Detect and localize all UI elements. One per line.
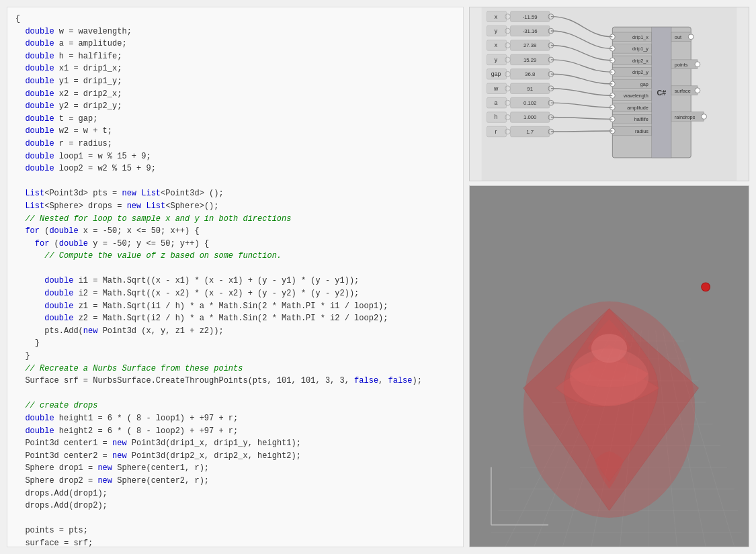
svg-text:x: x xyxy=(495,42,498,48)
code-line xyxy=(15,387,455,400)
code-line: double y2 = drip2_y; xyxy=(15,100,455,113)
code-line: for (double y = -50; y <= 50; y++) { xyxy=(15,238,455,250)
input-node-gap[interactable]: gap 36.8 xyxy=(487,69,553,80)
code-line: double i1 = Math.Sqrt((x - x1) * (x - x1… xyxy=(15,275,455,287)
code-line: List<Point3d> pts = new List<Point3d> ()… xyxy=(15,187,455,200)
code-line: double t = gap; xyxy=(15,113,455,126)
svg-text:surface: surface xyxy=(675,88,691,94)
code-line: double height1 = 6 * ( 8 - loop1) + +97 … xyxy=(15,412,455,425)
code-line: { xyxy=(15,13,455,26)
svg-point-121 xyxy=(591,334,627,363)
code-line: double w = wavelength; xyxy=(15,26,455,38)
svg-text:drip1_x: drip1_x xyxy=(632,34,648,40)
code-line xyxy=(15,512,455,525)
code-line: pts.Add(new Point3d (x, y, z1 + z2)); xyxy=(15,325,455,338)
svg-point-97 xyxy=(702,114,707,120)
code-line: drops.Add(drop2); xyxy=(15,500,455,512)
svg-text:w: w xyxy=(493,85,499,92)
code-line: } xyxy=(15,337,455,350)
code-line: points = pts; xyxy=(15,524,455,537)
svg-text:wavelength: wavelength xyxy=(623,93,648,99)
svg-text:r: r xyxy=(495,128,497,135)
svg-text:x: x xyxy=(495,13,498,20)
main-container: { double w = wavelength; double a = ampl… xyxy=(0,0,756,554)
code-line: double z2 = Math.Sqrt(i2 / h) * a * Math… xyxy=(15,312,455,325)
code-line: // Recreate a Nurbs Surface from these p… xyxy=(15,363,455,375)
code-line: double loop2 = w2 % 15 + 9; xyxy=(15,163,455,175)
input-node-h[interactable]: h 1.000 xyxy=(487,112,553,123)
code-line: // Nested for loop to sample x and y in … xyxy=(15,213,455,226)
input-node-x2[interactable]: x 27.38 xyxy=(487,40,553,51)
svg-text:-11.59: -11.59 xyxy=(523,14,538,20)
code-line: double y1 = drip1_y; xyxy=(15,75,455,88)
node-graph-panel: x -11.59 y -31.16 xyxy=(469,7,749,181)
code-line: } xyxy=(15,350,455,363)
code-line: double loop1 = w % 15 + 9; xyxy=(15,150,455,163)
svg-text:27.38: 27.38 xyxy=(523,42,536,48)
svg-text:y: y xyxy=(495,56,498,63)
svg-text:1.7: 1.7 xyxy=(526,129,534,135)
svg-text:points: points xyxy=(675,62,688,68)
svg-text:15.29: 15.29 xyxy=(523,57,536,63)
svg-text:gap: gap xyxy=(640,81,648,87)
code-line: for (double x = -50; x <= 50; x++) { xyxy=(15,225,455,238)
code-line: double w2 = w + t; xyxy=(15,125,455,138)
code-line: double x2 = drip2_x; xyxy=(15,88,455,101)
svg-text:-31.16: -31.16 xyxy=(523,28,538,34)
code-line: Point3d center1 = new Point3d(drip1_x, d… xyxy=(15,437,455,450)
code-line: Surface srf = NurbsSurface.CreateThrough… xyxy=(15,375,455,387)
code-line: double z1 = Math.Sqrt(i1 / h) * a * Math… xyxy=(15,300,455,313)
svg-text:y: y xyxy=(495,28,498,34)
code-line: // create drops xyxy=(15,400,455,412)
svg-text:drip2_x: drip2_x xyxy=(632,58,648,64)
svg-text:amplitude: amplitude xyxy=(627,105,648,111)
input-node-y1[interactable]: y -31.16 xyxy=(487,26,553,36)
svg-text:gap: gap xyxy=(491,71,501,77)
svg-text:36.8: 36.8 xyxy=(525,71,535,77)
svg-point-122 xyxy=(702,283,710,291)
svg-point-88 xyxy=(688,34,694,40)
code-line: Point3d center2 = new Point3d(drip2_x, d… xyxy=(15,450,455,463)
svg-point-91 xyxy=(695,62,700,67)
svg-text:C#: C# xyxy=(657,89,667,97)
svg-text:drip1_y: drip1_y xyxy=(632,46,648,52)
code-line: // Compute the value of z based on some … xyxy=(15,250,455,263)
svg-text:radius: radius xyxy=(635,128,648,134)
input-node-a[interactable]: a 0.102 xyxy=(487,97,553,108)
code-line: surface = srf; xyxy=(15,537,455,547)
code-line: double a = amplitude; xyxy=(15,38,455,50)
code-line: double i2 = Math.Sqrt((x - x2) * (x - x2… xyxy=(15,287,455,300)
code-line: double r = radius; xyxy=(15,138,455,150)
code-line xyxy=(15,263,455,275)
code-line: List<Sphere> drops = new List<Sphere>(); xyxy=(15,200,455,213)
input-node-x1[interactable]: x -11.59 xyxy=(487,11,553,22)
code-line: double height2 = 6 * ( 8 - loop2) + +97 … xyxy=(15,425,455,438)
svg-text:91: 91 xyxy=(527,86,533,92)
node-graph-svg: x -11.59 y -31.16 xyxy=(470,7,749,181)
svg-text:drip2_y: drip2_y xyxy=(632,69,648,75)
code-line: double h = halflife; xyxy=(15,50,455,63)
viewport-canvas xyxy=(470,186,749,547)
code-line: drops.Add(drop1); xyxy=(15,488,455,500)
viewport-panel xyxy=(469,185,749,547)
code-line xyxy=(15,175,455,188)
svg-text:1.000: 1.000 xyxy=(523,114,537,120)
code-panel: { double w = wavelength; double a = ampl… xyxy=(7,7,464,547)
code-line: double x1 = drip1_x; xyxy=(15,62,455,75)
svg-point-94 xyxy=(695,88,700,93)
input-node-r[interactable]: r 1.7 xyxy=(487,126,553,137)
svg-text:a: a xyxy=(495,99,498,106)
svg-text:h: h xyxy=(495,113,498,120)
code-line: Sphere drop2 = new Sphere(center2, r); xyxy=(15,475,455,488)
code-line: Sphere drop1 = new Sphere(center1, r); xyxy=(15,462,455,475)
svg-text:out: out xyxy=(675,34,681,40)
svg-text:raindrops: raindrops xyxy=(675,114,696,120)
input-node-w[interactable]: w 91 xyxy=(487,83,553,94)
input-node-y2[interactable]: y 15.29 xyxy=(487,54,553,65)
svg-text:halflife: halflife xyxy=(634,116,648,122)
svg-text:0.102: 0.102 xyxy=(523,100,536,106)
right-panel: x -11.59 y -31.16 xyxy=(469,7,749,547)
